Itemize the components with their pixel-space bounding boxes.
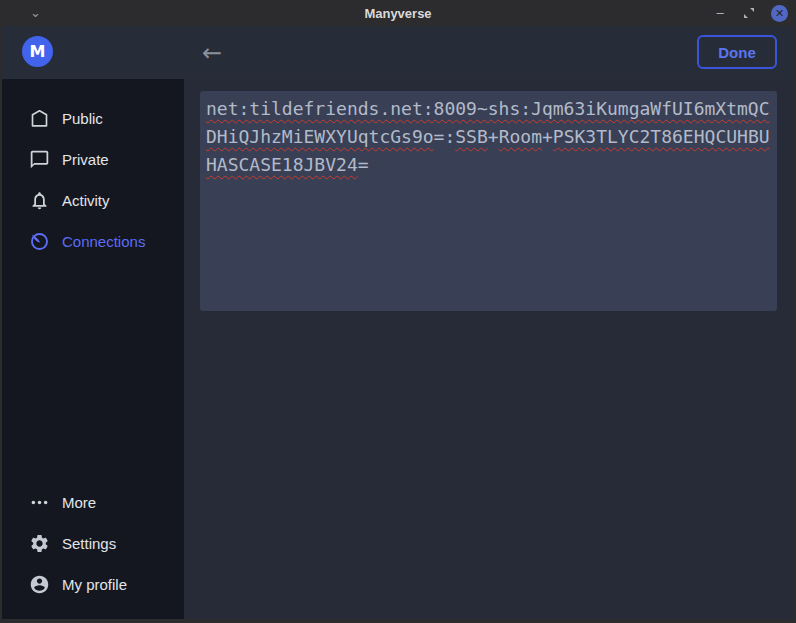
sidebar: Public Private A (2, 79, 184, 619)
sidebar-item-private[interactable]: Private (2, 139, 184, 180)
sidebar-bottom-nav: More Settings My (2, 482, 184, 605)
sidebar-item-label: My profile (62, 576, 127, 593)
invite-text-segment: Room (499, 126, 542, 147)
sidebar-item-my-profile[interactable]: My profile (2, 564, 184, 605)
main-content: net:tildefriends.net:8009~shs:Jqm63iKumg… (184, 79, 794, 619)
sidebar-nav: Public Private A (2, 98, 184, 262)
app-body: M ← Done Public (2, 26, 794, 619)
chat-bubble-icon (29, 149, 50, 170)
manyverse-logo: M (22, 36, 53, 67)
restore-button[interactable] (743, 7, 755, 19)
sidebar-item-more[interactable]: More (2, 482, 184, 523)
app-window: ⌄ Manyverse – ✕ M ← Done (0, 0, 796, 623)
sidebar-item-public[interactable]: Public (2, 98, 184, 139)
sidebar-item-label: Private (62, 151, 109, 168)
gear-icon (29, 533, 50, 554)
app-header: M ← Done (2, 26, 794, 79)
sidebar-item-label: Activity (62, 192, 110, 209)
back-button[interactable]: ← (202, 26, 222, 79)
bell-icon (29, 190, 50, 211)
connections-icon (29, 231, 50, 252)
done-button[interactable]: Done (697, 35, 777, 69)
window-title: Manyverse (0, 6, 796, 21)
titlebar: ⌄ Manyverse – ✕ (0, 0, 796, 26)
sidebar-item-label: More (62, 494, 96, 511)
sidebar-item-activity[interactable]: Activity (2, 180, 184, 221)
sidebar-item-label: Public (62, 110, 103, 127)
invite-text-segment: + (488, 126, 499, 147)
minimize-button[interactable]: – (713, 8, 727, 18)
sidebar-item-settings[interactable]: Settings (2, 523, 184, 564)
ellipsis-icon (29, 492, 50, 513)
close-button[interactable]: ✕ (771, 5, 788, 22)
invite-input[interactable]: net:tildefriends.net:8009~shs:Jqm63iKumg… (200, 91, 777, 311)
sidebar-item-label: Connections (62, 233, 145, 250)
chevron-down-icon[interactable]: ⌄ (30, 1, 41, 25)
account-circle-icon (29, 574, 50, 595)
bulletin-board-icon (29, 108, 50, 129)
sidebar-item-label: Settings (62, 535, 116, 552)
invite-text-segment: =: (434, 126, 456, 147)
invite-text-segment: + (542, 126, 553, 147)
invite-text-segment: = (358, 154, 369, 175)
invite-text-segment: SSB (455, 126, 488, 147)
sidebar-item-connections[interactable]: Connections (2, 221, 184, 262)
